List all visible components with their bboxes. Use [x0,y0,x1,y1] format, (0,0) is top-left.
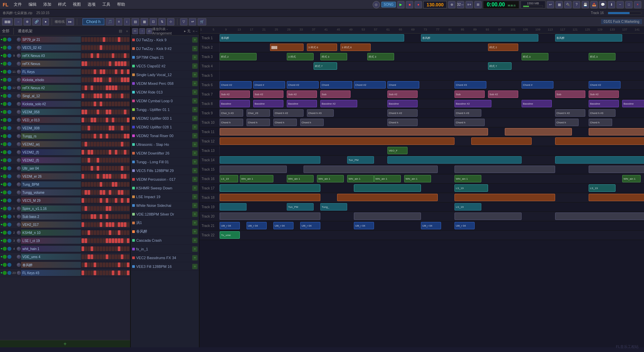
seq-btn[interactable] [103,238,105,243]
seq-btn[interactable] [88,53,90,58]
seq-btn[interactable] [97,53,99,58]
seq-btn[interactable] [103,158,105,163]
seq-btn[interactable] [94,230,96,235]
seq-btn[interactable] [109,134,111,138]
seq-btn[interactable] [118,69,120,74]
seq-btn[interactable] [118,182,120,187]
seq-btn[interactable] [100,110,102,114]
tool8[interactable]: ↫ [189,18,196,25]
instr-add-btn[interactable]: + [192,212,198,217]
ch-name[interactable]: VEC5_02 #2 [21,45,81,51]
seq-btn[interactable] [109,190,111,195]
seq-btn[interactable] [103,254,105,259]
seq-btn[interactable] [109,238,111,243]
seq-btn[interactable] [97,166,99,171]
seq-btn[interactable] [124,190,126,195]
instr-row[interactable]: VEC5 Claps02 #2 + [131,62,199,70]
arrangement-clip[interactable]: Whi_ain 1 [317,175,344,182]
track-content[interactable]: Sub #2Sub #2Sub #2SubSub #2SubSub #2SubS… [220,90,644,99]
seq-btn[interactable] [103,190,105,195]
seq-btn[interactable] [118,166,120,171]
track-content[interactable]: LS_19Whi_ain 1Whi_ain 1Whi_ain 1Whi_ain … [220,174,644,183]
seq-btn[interactable] [124,246,126,251]
seq-btn[interactable] [91,214,93,219]
instr-row[interactable]: 涡1 + [131,219,199,227]
ch-mute-btn[interactable] [3,46,7,50]
arrangement-clip[interactable]: Tun_PM [287,203,314,211]
instr-add-btn[interactable]: + [192,194,198,199]
chord-tool6[interactable]: ⇅ [158,18,166,25]
seq-btn[interactable] [82,94,84,98]
seq-btn[interactable] [115,77,117,82]
plugin-icon[interactable]: 🔌 [564,1,572,8]
arrangement-clip[interactable] [454,166,555,173]
seq-btn[interactable] [124,271,126,275]
seq-btn[interactable] [103,118,105,122]
seq-btn[interactable] [121,61,123,66]
seq-btn[interactable] [118,77,120,82]
seq-btn[interactable] [109,174,111,179]
arrangement-clip[interactable]: 3 样式 6 [307,44,337,51]
seq-btn[interactable] [121,85,123,90]
seq-btn[interactable] [82,45,84,50]
arrangement-clip[interactable]: Sub #2 [253,91,283,98]
instr-row[interactable]: fx_in_1 + [131,245,199,253]
seq-btn[interactable] [82,118,84,122]
seq-btn[interactable] [124,142,126,146]
instr-row[interactable]: DJ TwiZzy - Kick 9 + [131,36,199,44]
ch-solo-btn[interactable] [7,207,11,211]
arrangement-clip[interactable]: 样式 7 [488,62,512,70]
seq-btn[interactable] [91,262,93,267]
seq-btn[interactable] [88,214,90,219]
instr-add-btn[interactable]: + [192,151,198,156]
ch-vol-knob[interactable] [17,134,21,138]
seq-btn[interactable] [97,61,99,66]
seq-btn[interactable] [97,85,99,90]
seq-btn[interactable] [121,198,123,203]
ch-vol-knob[interactable] [17,198,21,202]
help-icon[interactable]: ? [573,1,580,8]
seq-btn[interactable] [124,37,126,42]
seq-btn[interactable] [109,110,111,114]
seq-btn[interactable] [112,69,114,74]
seq-btn[interactable] [106,190,108,195]
ch-mute-btn[interactable] [3,215,7,219]
seq-btn[interactable] [91,110,93,114]
seq-btn[interactable] [94,246,96,251]
seq-btn[interactable] [85,158,87,163]
seq-btn[interactable] [106,246,108,251]
seq-btn[interactable] [118,206,120,211]
seq-btn[interactable] [112,190,114,195]
ch-vol-knob[interactable] [17,70,21,74]
seq-btn[interactable] [109,85,111,90]
seq-btn[interactable] [91,102,93,106]
seq-btn[interactable] [127,230,129,235]
ch-solo-btn[interactable] [7,46,11,50]
seq-btn[interactable] [112,110,114,114]
ch-name[interactable]: VEDM_058 [21,109,81,115]
seq-btn[interactable] [118,150,120,155]
seq-btn[interactable] [124,94,126,98]
ch-solo-btn[interactable] [7,142,11,146]
instr-row[interactable]: Tungg - Long Fill 01 + [131,158,199,166]
seq-btn[interactable] [94,85,96,90]
seq-btn[interactable] [115,222,117,227]
arrangement-clip[interactable] [220,213,320,220]
ch-solo-btn[interactable] [7,150,11,154]
ch-vol-knob[interactable] [17,247,21,251]
chord-tool1[interactable]: ≡ [116,18,122,25]
seq-btn[interactable] [118,222,120,227]
seq-btn[interactable] [103,134,105,138]
seq-btn[interactable] [121,230,123,235]
ch-vol-knob[interactable] [17,223,21,227]
mixer-view-btn[interactable]: ▦▦ [2,18,13,25]
seq-btn[interactable] [82,110,84,114]
instr-row[interactable]: VDE:128BPM Silver Dr + [131,210,199,219]
seq-btn[interactable] [97,182,99,187]
seq-btn[interactable] [100,174,102,179]
seq-btn[interactable] [85,110,87,114]
ch-mute-btn[interactable] [3,239,7,243]
ch-solo-btn[interactable] [7,247,11,251]
ch-name[interactable]: Ultr_ser 04 [21,165,81,171]
ch-vol-knob[interactable] [17,215,21,219]
